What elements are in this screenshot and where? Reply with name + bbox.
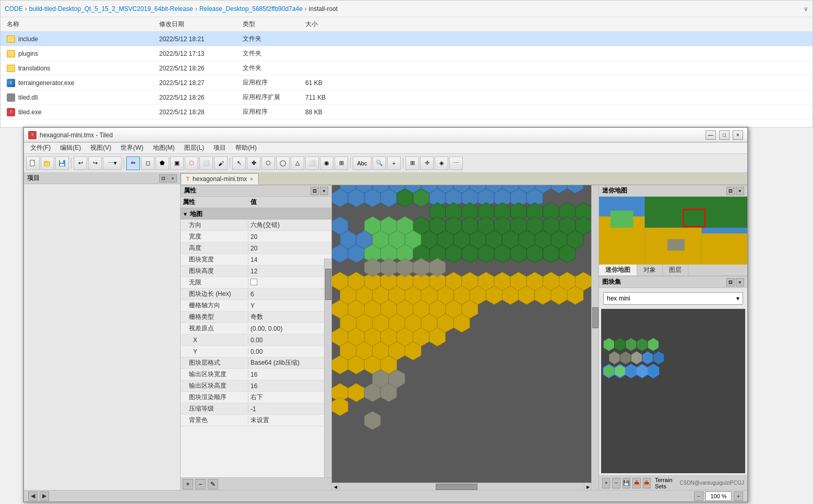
- content-row: 属性 ⊡ × 属性 值: [181, 185, 747, 490]
- toolbar: ↩ ↪ ⋯▾ ✏ ◻ ⬟ ▣ ⬡ ⬜ 🖌 ↖ ✤ ⬡ ◯ △ ⬜ ◉ ⊞ Abc…: [24, 154, 747, 173]
- minimap-float-button[interactable]: ⊡: [726, 187, 735, 195]
- toolbar-obj6[interactable]: ⬜: [305, 157, 319, 170]
- map-scrollbar-thumb[interactable]: [592, 307, 599, 328]
- minimap-close-button[interactable]: ×: [736, 187, 744, 195]
- scroll-next-button[interactable]: ▶: [40, 491, 49, 501]
- col-header-date[interactable]: 修改日期: [159, 20, 243, 29]
- tileset-float-button[interactable]: ⊡: [726, 278, 735, 286]
- col-header-size[interactable]: 大小: [305, 20, 357, 29]
- menu-project[interactable]: 项目: [209, 142, 230, 153]
- tileset-close-button[interactable]: ×: [736, 278, 744, 286]
- map-scrollbar-h-thumb[interactable]: [436, 484, 477, 490]
- toolbar-move[interactable]: ✛: [420, 157, 434, 170]
- table-row[interactable]: translations 2022/5/12 18:26 文件夹: [1, 61, 812, 76]
- zoom-out-button[interactable]: −: [694, 491, 703, 501]
- menu-file[interactable]: 文件(F): [26, 142, 55, 153]
- toolbar-undo[interactable]: ↩: [74, 157, 87, 170]
- breadcrumb-release[interactable]: Release_Desktop_5685f2ffb90d7a4e: [199, 5, 303, 13]
- minimap-tab-layers[interactable]: 图层: [663, 265, 688, 275]
- toolbar-redo[interactable]: ↪: [88, 157, 102, 170]
- props-group-map[interactable]: ▼ 地图: [181, 208, 331, 220]
- toolbar-grid[interactable]: ⊞: [405, 157, 419, 170]
- terrain-import-button[interactable]: 📥: [632, 478, 640, 488]
- toolbar-more2[interactable]: ⋯: [449, 157, 463, 170]
- prop-row-tilewidth: 图块宽度 14: [181, 254, 331, 266]
- minimap-tab-objects[interactable]: 对象: [637, 265, 663, 275]
- infinite-checkbox[interactable]: [250, 279, 257, 285]
- minimap-tab-minimap[interactable]: 迷你地图: [599, 265, 637, 275]
- props-close-button[interactable]: ×: [320, 187, 328, 195]
- table-row[interactable]: tiled.dll 2022/5/12 18:26 应用程序扩展 711 KB: [1, 90, 812, 105]
- breadcrumb-code[interactable]: CODE: [5, 5, 23, 13]
- zoom-input[interactable]: [706, 491, 732, 501]
- col-header-name[interactable]: 名称: [3, 20, 159, 29]
- toolbar-obj2[interactable]: ✤: [247, 157, 260, 170]
- tab-close-button[interactable]: ×: [250, 176, 253, 182]
- dll-icon: [7, 93, 15, 102]
- toolbar-obj5[interactable]: △: [291, 157, 304, 170]
- breadcrumb-build[interactable]: build-tiled-Desktop_Qt_5_15_2_MSVC2019_6…: [29, 5, 193, 13]
- tiled-app-icon: T: [28, 131, 37, 139]
- col-header-type[interactable]: 类型: [243, 20, 305, 29]
- maximize-button[interactable]: □: [719, 130, 730, 140]
- toolbar-obj7[interactable]: ◉: [320, 157, 333, 170]
- terrain-save-button[interactable]: 💾: [623, 478, 630, 488]
- terrain-add-button[interactable]: +: [602, 478, 610, 488]
- map-scrollbar-h[interactable]: ◀ ▶: [332, 483, 591, 490]
- props-edit-button[interactable]: ✎: [208, 479, 218, 489]
- menu-edit[interactable]: 编辑(E): [56, 142, 85, 153]
- menu-world[interactable]: 世界(W): [116, 142, 147, 153]
- menu-view[interactable]: 视图(V): [86, 142, 115, 153]
- scroll-left-button[interactable]: ◀: [332, 483, 339, 490]
- toolbar-new[interactable]: [26, 157, 40, 170]
- tab-hexagonal[interactable]: T hexagonal-mini.tmx ×: [181, 173, 259, 185]
- toolbar-obj3[interactable]: ⬡: [261, 157, 275, 170]
- toolbar-select[interactable]: ▣: [170, 157, 184, 170]
- toolbar-eraser[interactable]: ◻: [141, 157, 154, 170]
- minimize-button[interactable]: —: [706, 130, 716, 140]
- toolbar-bucket[interactable]: ⬟: [156, 157, 169, 170]
- table-row[interactable]: Ttiled.exe 2022/5/12 18:28 应用程序 88 KB: [1, 105, 812, 119]
- map-scrollbar-v[interactable]: [591, 185, 599, 490]
- panel-float-button[interactable]: ⊡: [159, 174, 168, 183]
- menu-layers[interactable]: 图层(L): [180, 142, 209, 153]
- terrain-remove-button[interactable]: −: [612, 478, 620, 488]
- close-button[interactable]: ×: [733, 130, 743, 140]
- toolbar-obj1[interactable]: ↖: [232, 157, 246, 170]
- scroll-prev-button[interactable]: ◀: [28, 491, 38, 501]
- menu-map[interactable]: 地图(M): [149, 142, 179, 153]
- table-row[interactable]: Eterraingenerator.exe 2022/5/12 18:27 应用…: [1, 76, 812, 90]
- breadcrumb-dropdown[interactable]: ∨: [804, 5, 808, 13]
- toolbar-open[interactable]: [41, 157, 54, 170]
- toolbar-magic[interactable]: ⬡: [185, 157, 198, 170]
- toolbar-save[interactable]: [55, 157, 69, 170]
- table-row[interactable]: plugins 2022/5/12 17:13 文件夹: [1, 46, 812, 61]
- toolbar-separator2: [124, 158, 124, 169]
- scroll-right-button[interactable]: ▶: [584, 483, 591, 490]
- terrain-export-button[interactable]: 📤: [643, 478, 651, 488]
- tileset-selector[interactable]: hex mini ▾: [603, 292, 743, 305]
- table-row[interactable]: include 2022/5/12 18:21 文件夹: [1, 32, 812, 46]
- props-scrollbar-thumb[interactable]: [325, 269, 331, 300]
- toolbar-zoom-in[interactable]: 🔍: [373, 157, 386, 170]
- toolbar-rect[interactable]: ⬜: [199, 157, 213, 170]
- tileset-svg: [601, 309, 745, 473]
- toolbar-more[interactable]: ⋯▾: [103, 157, 122, 170]
- toolbar-highlight[interactable]: ◈: [435, 157, 448, 170]
- toolbar-zoom-out[interactable]: +: [387, 157, 401, 170]
- tileset-canvas[interactable]: [601, 309, 745, 473]
- menu-help[interactable]: 帮助(H): [231, 142, 261, 153]
- toolbar-stamp[interactable]: ✏: [126, 157, 140, 170]
- toolbar-separator4: [350, 158, 351, 169]
- map-canvas-area[interactable]: ◀ ▶: [332, 185, 599, 490]
- toolbar-text[interactable]: Abc: [353, 157, 372, 170]
- svg-marker-27: [603, 365, 614, 378]
- toolbar-obj4[interactable]: ◯: [276, 157, 290, 170]
- props-add-button[interactable]: +: [183, 479, 193, 489]
- panel-close-button[interactable]: ×: [169, 174, 177, 183]
- props-float-button[interactable]: ⊡: [310, 187, 319, 195]
- props-remove-button[interactable]: −: [195, 479, 206, 489]
- toolbar-paint[interactable]: 🖌: [214, 157, 228, 170]
- toolbar-snap[interactable]: ⊞: [334, 157, 348, 170]
- zoom-in-button[interactable]: +: [734, 491, 743, 501]
